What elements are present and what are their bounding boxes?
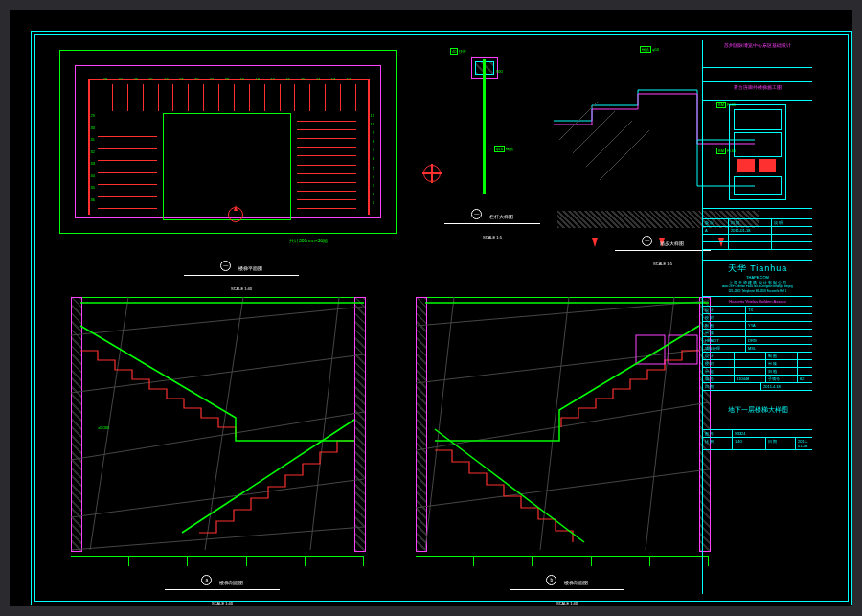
caption-d2: — 踏步大样图 SCALE 1:5 — [615, 232, 711, 269]
caption-plan-name: 楼梯平面图 — [238, 265, 262, 271]
svg-line-1 — [573, 111, 615, 153]
secA-level: ±0.000 — [98, 425, 109, 430]
signoff-row: 校 对 — [703, 314, 812, 322]
tb-rev-row-blank2 — [703, 242, 812, 250]
caption-d1-name: 栏杆大样图 — [489, 214, 513, 219]
eng-row: 审 定 归 档 — [703, 368, 812, 376]
signoff-row: 制 图YYA — [703, 322, 812, 330]
drawing-area[interactable]: 2827 2625 2423 2221 2019 1817 1615 1413 … — [50, 40, 720, 594]
tb-signoff: 设 计TX 校 对 制 图YYA 审 核 HEAD/TDRG 项目经理MSL — [703, 307, 812, 353]
tb-gap — [703, 250, 812, 261]
secB-stair — [416, 297, 709, 550]
tb-rev-cols: 版 次 日 期 说 明 — [703, 219, 812, 227]
tb-spacer-1 — [703, 68, 812, 82]
caption-d1: — 栏杆大样图 SCALE 1:5 — [444, 205, 540, 242]
view-bubble-icon: — — [642, 236, 652, 246]
firm-logo: 天华 Tianhua — [706, 262, 809, 275]
caption-secB: b 楼梯剖面图 SCALE 1:40 — [510, 571, 624, 608]
tb-rev-row-0: A 2011-01-18 — [703, 227, 812, 235]
secA-stair — [71, 297, 364, 550]
plan-numbers-right: 1110 98 76 54 32 1 — [358, 113, 375, 209]
eng-row: 日 期2011.4.18 — [703, 383, 812, 391]
tb-rev-row-blank1 — [703, 235, 812, 242]
tb-drawing-title: 地下一层楼梯大样图 — [703, 391, 812, 430]
tb-firm: 天华 Tianhua THAPE.COM 上 海 天 华 建 筑 设 计 有 限… — [703, 261, 812, 297]
caption-secA-name: 楼梯剖面图 — [219, 580, 243, 585]
keyplan — [729, 104, 786, 200]
handrail-post — [483, 59, 486, 194]
caption-secA-scale: SCALE 1:40 — [212, 601, 233, 605]
plan-treads-right — [297, 113, 356, 209]
section-arrow-icon — [592, 238, 598, 247]
eng-row: 校 对 审 核 — [703, 360, 812, 368]
d1-baseline — [454, 194, 521, 194]
caption-plan: — 楼梯平面图 SCALE 1:40 — [184, 257, 299, 294]
caption-d1-scale: SCALE 1:5 — [483, 235, 502, 240]
view-stair-plan[interactable]: 2827 2625 2423 2221 2019 1817 1615 1413 … — [50, 40, 414, 278]
view-handrail-detail[interactable]: 40扶杆 900 φ16钢筋 — 栏杆大样图 SCALE 1:5 — [425, 40, 550, 241]
svg-line-2 — [586, 121, 632, 167]
view-section-a[interactable]: ±0.000 a 楼梯剖面图 SCALE 1:40 — [50, 291, 385, 588]
secB-dims — [416, 556, 709, 566]
svg-line-3 — [600, 130, 649, 180]
d1-tag-1: 40扶杆 — [450, 48, 466, 55]
cad-canvas[interactable]: 2827 2625 2423 2221 2019 1817 1615 1413 … — [10, 10, 852, 606]
view-section-b[interactable]: b 楼梯剖面图 SCALE 1:40 — [395, 291, 730, 588]
plan-treads-top — [98, 84, 356, 111]
d1-tag-3: φ16钢筋 — [494, 146, 513, 152]
plan-numbers-top: 2827 2625 2423 2221 2019 1817 1615 1413 … — [98, 77, 356, 81]
view-bubble-icon: a — [201, 575, 212, 585]
signoff-row: HEAD/TDRG — [703, 337, 812, 345]
north-arrow-icon — [228, 207, 243, 222]
caption-secA: a 楼梯剖面图 SCALE 1:40 — [165, 571, 280, 608]
plan-numbers-left: 2930 3132 3334 3536 — [79, 113, 96, 209]
plan-stair-well — [163, 113, 291, 220]
signoff-row: 审 核 — [703, 330, 812, 337]
caption-secB-name: 楼梯剖面图 — [564, 580, 588, 585]
subtitle-text: 看台连廊外楼梯施工图 — [706, 84, 809, 90]
caption-secB-scale: SCALE 1:40 — [556, 601, 578, 605]
title-block[interactable]: 苏州国际博览中心东区基础设计 看台连廊外楼梯施工图 版 次 日 期 说 明 A … — [702, 40, 812, 594]
plan-treads-left — [98, 113, 157, 209]
drawing-title-text: 地下一层楼梯大样图 — [728, 407, 788, 413]
tb-footer-1: 图 号S3324 — [703, 430, 812, 438]
firm-addr2: 021-2665 Telephone 86-1358 Facsimile Ref… — [706, 289, 809, 294]
tb-associate: Hassetts Ybielas Buildem Assoca — [703, 297, 812, 307]
tb-keyplan — [703, 101, 812, 209]
tb-eng: 设 计 制 图 校 对 审 核 审 定 归 档 编 号810448 子项号82 … — [703, 353, 812, 391]
secA-dims — [71, 556, 364, 566]
caption-d2-name: 踏步大样图 — [660, 240, 684, 246]
eng-row: 编 号810448 子项号82 — [703, 376, 812, 383]
view-bubble-icon: b — [546, 575, 556, 585]
signoff-row: 项目经理MSL — [703, 345, 812, 353]
project-title-text: 苏州国际博览中心东区基础设计 — [706, 42, 809, 48]
tb-footer-2: 比 例1:40 日 期2011-01-18 — [703, 438, 812, 450]
tb-rev-head — [703, 209, 812, 219]
d2-toptag: 钢筋φ50 — [640, 46, 659, 53]
tb-subtitle: 看台连廊外楼梯施工图 — [703, 82, 812, 101]
tb-project-title: 苏州国际博览中心东区基础设计 — [703, 40, 812, 68]
caption-d2-scale: SCALE 1:5 — [653, 262, 672, 266]
plan-note: 共计300mm×36踏 — [289, 238, 328, 243]
d1-tag-2: 900 — [496, 69, 503, 74]
view-bubble-icon: — — [220, 261, 231, 271]
view-bubble-icon: — — [471, 209, 482, 219]
eng-row: 设 计 制 图 — [703, 353, 812, 360]
signoff-row: 设 计TX — [703, 307, 812, 314]
